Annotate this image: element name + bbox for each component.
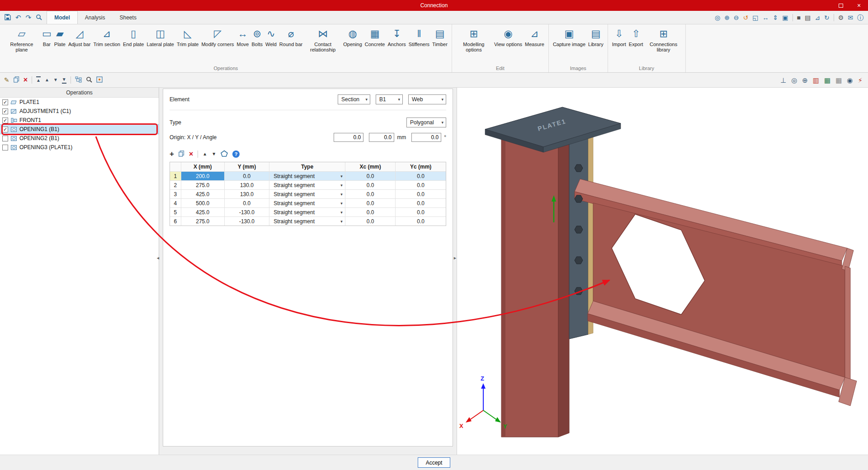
ribbon-image-library-button[interactable]: ▤Library [587, 27, 605, 48]
copy-row-icon[interactable] [179, 150, 184, 158]
zoom-in-icon[interactable]: ⊕ [724, 14, 730, 21]
yc-cell[interactable]: 0.0 [395, 172, 446, 180]
checkbox[interactable]: ✓ [2, 118, 8, 123]
tab-analysis[interactable]: Analysis [78, 11, 113, 24]
row-number[interactable]: 6 [170, 217, 181, 226]
ribbon-lateral-plate-button[interactable]: ◫Lateral plate [145, 27, 175, 48]
redo-icon[interactable]: ↷ [26, 14, 32, 21]
origin-angle-input[interactable] [411, 133, 441, 142]
pan-icon[interactable]: ↔ [763, 14, 769, 21]
row-number[interactable]: 3 [170, 190, 181, 198]
x-cell[interactable]: 500.0 [181, 199, 224, 207]
move-down-icon[interactable]: ▼ [53, 77, 58, 83]
yc-cell[interactable]: 0.0 [395, 208, 446, 216]
x-cell[interactable]: 425.0 [181, 190, 224, 198]
row-up-icon[interactable]: ▲ [203, 151, 207, 157]
xc-cell[interactable]: 0.0 [345, 172, 396, 180]
segment-type-select[interactable]: Straight segment▾ [269, 181, 344, 189]
move-view-icon[interactable]: ⇕ [773, 14, 778, 21]
ribbon-modify-corners-button[interactable]: ◸Modify corners [200, 27, 235, 48]
segment-type-select[interactable]: Straight segment▾ [269, 172, 344, 180]
search-icon[interactable] [36, 14, 42, 21]
visibility-icon[interactable]: ◎ [791, 77, 797, 84]
checkbox[interactable] [2, 145, 8, 150]
table-gray-icon[interactable]: ▦ [835, 77, 842, 84]
save-icon[interactable] [5, 14, 11, 21]
tree-item-front1[interactable]: ✓ FRONT1 [0, 116, 159, 125]
ribbon-capture-image-button[interactable]: ▣Capture image [552, 27, 587, 48]
accept-button[interactable]: Accept [418, 457, 450, 468]
tree-item-opening3[interactable]: OPENING3 (PLATE1) [0, 143, 159, 152]
local-axes-icon[interactable]: ⊥ [780, 77, 786, 84]
ribbon-modelling-options-button[interactable]: ⊞Modelling options [455, 27, 493, 54]
row-number[interactable]: 5 [170, 208, 181, 216]
origin-y-input[interactable] [369, 133, 394, 142]
y-cell[interactable]: 130.0 [224, 190, 269, 198]
delete-operation-icon[interactable]: × [24, 77, 28, 83]
tree-view-icon[interactable] [75, 76, 82, 84]
find-view-icon[interactable]: ◎ [715, 14, 720, 21]
xc-cell[interactable]: 0.0 [345, 190, 396, 198]
tab-sheets[interactable]: Sheets [113, 11, 144, 24]
sync-view-icon[interactable]: ↻ [824, 14, 830, 21]
segment-type-select[interactable]: Straight segment▾ [269, 190, 344, 198]
tree-item-opening1[interactable]: ✓ OPENING1 (B1) [0, 125, 159, 134]
ribbon-plate-button[interactable]: ▰Plate [53, 27, 67, 48]
splitter-collapse-right[interactable]: ► [453, 256, 457, 260]
ribbon-reference-plane-button[interactable]: ▱Reference plane [3, 27, 41, 54]
ribbon-contact-relationship-button[interactable]: ⋈Contact relationship [304, 27, 342, 54]
polygon-icon[interactable] [221, 150, 228, 158]
x-cell[interactable]: 425.0 [181, 208, 224, 216]
ribbon-stiffeners-button[interactable]: ‖Stiffeners [407, 27, 431, 48]
copy-operation-icon[interactable] [14, 76, 19, 84]
y-cell[interactable]: 0.0 [224, 199, 269, 207]
ribbon-view-options-button[interactable]: ◉View options [493, 27, 524, 48]
edit-operation-icon[interactable]: ✎ [4, 77, 9, 83]
segment-type-select[interactable]: Straight segment▾ [269, 208, 344, 216]
element-member-select[interactable]: B1▾ [376, 94, 403, 104]
element-category-select[interactable]: Section▾ [338, 94, 370, 104]
locate-in-view-icon[interactable] [96, 76, 103, 84]
tree-item-plate1[interactable]: ✓ PLATE1 [0, 98, 159, 107]
row-down-icon[interactable]: ▼ [212, 151, 216, 157]
row-number[interactable]: 4 [170, 199, 181, 207]
ribbon-concrete-button[interactable]: ▦Concrete [363, 27, 387, 48]
refresh-icon[interactable]: ↺ [743, 14, 749, 21]
ribbon-end-plate-button[interactable]: ▯End plate [122, 27, 145, 48]
settings-icon[interactable]: ⚙ [838, 14, 844, 21]
solid-view-icon[interactable]: ■ [797, 14, 801, 21]
ribbon-opening-button[interactable]: ◍Opening [342, 27, 363, 48]
xc-cell[interactable]: 0.0 [345, 208, 396, 216]
ribbon-import-button[interactable]: ⇩Import [611, 27, 627, 48]
yc-cell[interactable]: 0.0 [395, 190, 446, 198]
splitter-collapse-left[interactable]: ◄ [156, 256, 160, 260]
close-window-icon[interactable]: × [850, 0, 868, 11]
y-cell[interactable]: -130.0 [224, 217, 269, 226]
table-green-icon[interactable]: ▦ [824, 77, 830, 84]
connection-check-icon[interactable]: ⚡ [858, 77, 863, 84]
ribbon-adjust-bar-button[interactable]: ◿Adjust bar [67, 27, 92, 48]
checkbox[interactable]: ✓ [2, 99, 8, 105]
move-up-icon[interactable]: ▲ [45, 77, 49, 83]
report-view-icon[interactable]: ▤ [805, 14, 811, 21]
ruler-view-icon[interactable]: ⊿ [815, 14, 820, 21]
x-cell[interactable]: 275.0 [181, 181, 224, 189]
ribbon-connections-library-button[interactable]: ⊞Connections library [645, 27, 683, 54]
x-cell[interactable]: 275.0 [181, 217, 224, 226]
yc-cell[interactable]: 0.0 [395, 199, 446, 207]
segment-type-select[interactable]: Straight segment▾ [269, 217, 344, 226]
zoom-out-icon[interactable]: ⊖ [734, 14, 739, 21]
checkbox[interactable]: ✓ [2, 108, 8, 114]
y-cell[interactable]: -130.0 [224, 208, 269, 216]
move-bottom-icon[interactable]: ▼ [62, 76, 66, 84]
info-icon[interactable]: ⓘ [857, 14, 863, 21]
help-icon[interactable]: ? [232, 150, 240, 158]
ribbon-bar-button[interactable]: ▭Bar [41, 27, 53, 48]
eye-icon[interactable]: ◉ [847, 77, 853, 84]
row-number[interactable]: 1 [170, 172, 181, 180]
move-top-icon[interactable]: ▲ [36, 76, 41, 84]
y-cell[interactable]: 0.0 [224, 172, 269, 180]
undo-icon[interactable]: ↶ [15, 14, 21, 21]
comment-icon[interactable]: ✉ [848, 14, 853, 21]
tab-model[interactable]: Model [47, 11, 78, 24]
